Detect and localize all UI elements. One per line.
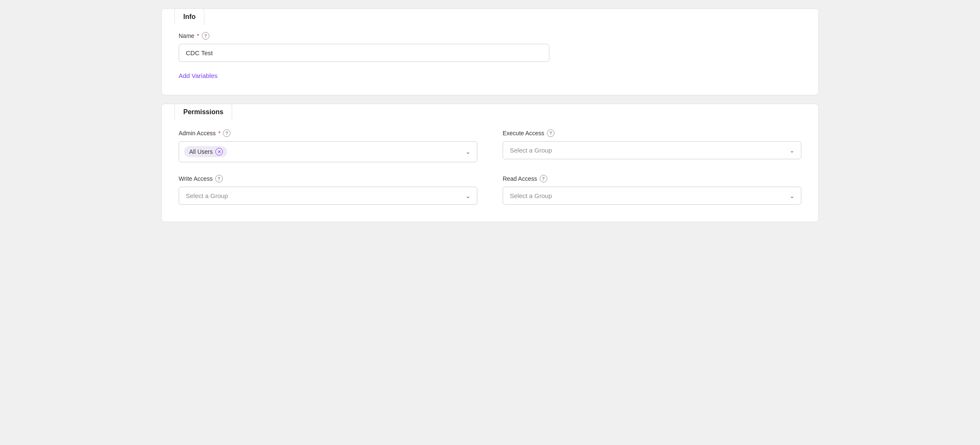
info-card: Info Name * ? Add Variables bbox=[161, 8, 819, 95]
name-label: Name * ? bbox=[179, 32, 801, 40]
all-users-tag-label: All Users bbox=[189, 148, 213, 155]
permissions-card-content: Admin Access * ? All Users ✕ ⌄ bbox=[162, 104, 818, 222]
read-help-icon[interactable]: ? bbox=[540, 175, 547, 182]
permissions-tab: Permissions bbox=[174, 104, 232, 120]
write-help-icon[interactable]: ? bbox=[215, 175, 223, 182]
name-field-group: Name * ? bbox=[179, 32, 801, 62]
admin-help-icon[interactable]: ? bbox=[223, 129, 230, 137]
name-label-text: Name bbox=[179, 32, 194, 39]
read-access-group: Read Access ? Select a Group ⌄ bbox=[503, 175, 801, 205]
read-access-label-text: Read Access bbox=[503, 175, 537, 182]
info-card-content: Name * ? Add Variables bbox=[162, 9, 818, 95]
execute-access-select-container: Select a Group ⌄ bbox=[503, 141, 801, 159]
admin-access-label-text: Admin Access bbox=[179, 130, 216, 137]
name-input[interactable] bbox=[179, 44, 549, 62]
admin-required-star: * bbox=[218, 130, 220, 137]
write-access-label: Write Access ? bbox=[179, 175, 477, 182]
admin-access-group: Admin Access * ? All Users ✕ ⌄ bbox=[179, 129, 477, 162]
permissions-tab-label: Permissions bbox=[183, 108, 223, 115]
read-access-select[interactable]: Select a Group bbox=[503, 187, 801, 205]
all-users-tag: All Users ✕ bbox=[184, 146, 227, 157]
name-required-star: * bbox=[197, 32, 199, 39]
permissions-grid: Admin Access * ? All Users ✕ ⌄ bbox=[179, 129, 801, 205]
permissions-card: Permissions Admin Access * ? All Users bbox=[161, 104, 819, 222]
admin-access-select[interactable]: All Users ✕ bbox=[179, 141, 477, 162]
all-users-tag-close[interactable]: ✕ bbox=[215, 148, 223, 155]
write-access-group: Write Access ? Select a Group ⌄ bbox=[179, 175, 477, 205]
execute-access-label-text: Execute Access bbox=[503, 130, 544, 137]
read-access-label: Read Access ? bbox=[503, 175, 801, 182]
admin-access-label: Admin Access * ? bbox=[179, 129, 477, 137]
info-tab: Info bbox=[174, 8, 204, 25]
execute-access-group: Execute Access ? Select a Group ⌄ bbox=[503, 129, 801, 162]
page-container: Info Name * ? Add Variables Permissions bbox=[161, 8, 819, 222]
execute-access-select[interactable]: Select a Group bbox=[503, 141, 801, 159]
execute-access-label: Execute Access ? bbox=[503, 129, 801, 137]
info-tab-label: Info bbox=[183, 13, 195, 20]
admin-access-select-container: All Users ✕ ⌄ bbox=[179, 141, 477, 162]
write-access-select-container: Select a Group ⌄ bbox=[179, 187, 477, 205]
read-access-select-container: Select a Group ⌄ bbox=[503, 187, 801, 205]
execute-help-icon[interactable]: ? bbox=[547, 129, 554, 137]
write-access-label-text: Write Access bbox=[179, 175, 213, 182]
name-help-icon[interactable]: ? bbox=[202, 32, 209, 40]
add-variables-link[interactable]: Add Variables bbox=[179, 72, 217, 79]
write-access-select[interactable]: Select a Group bbox=[179, 187, 477, 205]
